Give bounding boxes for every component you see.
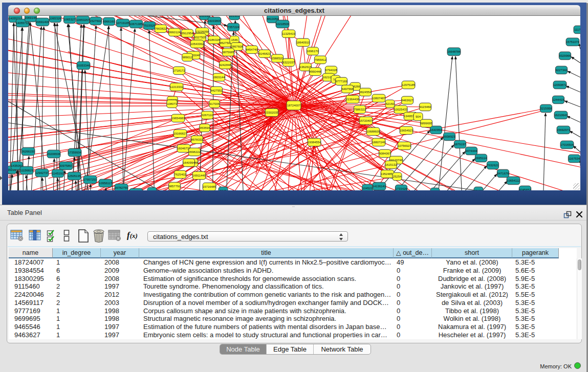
- svg-text:16782759: 16782759: [115, 186, 128, 189]
- svg-text:7515526: 7515526: [144, 24, 156, 27]
- svg-text:9245: 9245: [220, 189, 227, 190]
- svg-text:1546: 1546: [231, 38, 238, 41]
- svg-text:97450: 97450: [474, 189, 483, 190]
- svg-text:16210643: 16210643: [554, 114, 568, 117]
- svg-text:20206536: 20206536: [47, 152, 61, 156]
- svg-text:13226058: 13226058: [195, 30, 209, 33]
- svg-text:6899695: 6899695: [421, 122, 433, 125]
- svg-text:14136141: 14136141: [373, 185, 386, 188]
- svg-text:12942737: 12942737: [35, 171, 49, 174]
- svg-text:3215958: 3215958: [540, 107, 553, 110]
- svg-text:7357224: 7357224: [228, 26, 240, 29]
- svg-text:26266150: 26266150: [21, 150, 35, 153]
- svg-text:10654112: 10654112: [507, 179, 520, 182]
- svg-text:108073: 108073: [167, 102, 177, 105]
- svg-text:23302035: 23302035: [265, 111, 279, 114]
- svg-text:9227342: 9227342: [556, 69, 568, 72]
- svg-text:2935114: 2935114: [475, 157, 487, 160]
- svg-text:6497568: 6497568: [342, 87, 354, 91]
- svg-text:25254: 25254: [393, 175, 402, 178]
- svg-text:15720407: 15720407: [359, 119, 373, 122]
- svg-text:30975867: 30975867: [59, 164, 73, 167]
- svg-text:2718172: 2718172: [173, 69, 185, 72]
- svg-text:3624554: 3624554: [360, 91, 372, 94]
- svg-text:6794028: 6794028: [325, 69, 338, 72]
- svg-text:10653267: 10653267: [76, 18, 90, 21]
- svg-text:9474444: 9474444: [466, 149, 478, 152]
- svg-text:21364436: 21364436: [346, 98, 360, 101]
- svg-text:8427552: 8427552: [211, 89, 223, 92]
- svg-text:12162: 12162: [148, 190, 156, 190]
- svg-text:62160: 62160: [386, 102, 395, 105]
- svg-text:9084067: 9084067: [379, 152, 391, 155]
- svg-text:9115460: 9115460: [420, 105, 431, 108]
- svg-text:8990448: 8990448: [310, 70, 322, 73]
- svg-text:10958117: 10958117: [99, 182, 112, 185]
- svg-text:15716485: 15716485: [203, 185, 216, 188]
- svg-text:8454749: 8454749: [246, 48, 258, 51]
- svg-text:15654923: 15654923: [400, 129, 413, 132]
- svg-text:1696170: 1696170: [307, 50, 319, 53]
- svg-text:904: 904: [416, 115, 421, 118]
- svg-text:12093872: 12093872: [553, 83, 567, 86]
- svg-text:3267110: 3267110: [202, 114, 213, 117]
- svg-text:8578332: 8578332: [191, 138, 203, 141]
- svg-text:20691406: 20691406: [36, 20, 50, 24]
- svg-text:7632621: 7632621: [487, 164, 499, 167]
- svg-text:17016504: 17016504: [560, 143, 574, 146]
- svg-text:3698222: 3698222: [189, 150, 201, 154]
- svg-text:160338: 160338: [200, 16, 210, 17]
- svg-text:1527602: 1527602: [90, 19, 102, 23]
- svg-text:3660124: 3660124: [169, 31, 181, 34]
- svg-text:10218506: 10218506: [276, 23, 290, 26]
- svg-text:10543362: 10543362: [190, 42, 204, 46]
- svg-text:10719185: 10719185: [116, 21, 130, 25]
- svg-text:1065327: 1065327: [64, 18, 76, 21]
- svg-text:20053346: 20053346: [77, 64, 91, 67]
- svg-text:18724007: 18724007: [287, 104, 300, 107]
- svg-text:989012: 989012: [182, 56, 192, 59]
- svg-text:9242848: 9242848: [220, 63, 232, 67]
- svg-text:17359934: 17359934: [68, 151, 82, 154]
- svg-text:10671385: 10671385: [129, 23, 143, 26]
- svg-text:9327505: 9327505: [194, 36, 207, 39]
- svg-text:1167534: 1167534: [569, 157, 580, 160]
- svg-text:19384554: 19384554: [308, 141, 321, 144]
- svg-text:9146821: 9146821: [259, 52, 271, 55]
- svg-text:1065326: 1065326: [50, 17, 62, 20]
- svg-text:10756923: 10756923: [398, 144, 411, 147]
- svg-text:917006: 917006: [209, 102, 220, 105]
- svg-text:16033809: 16033809: [208, 19, 221, 23]
- svg-text:1615132: 1615132: [385, 163, 397, 166]
- svg-text:13524851: 13524851: [381, 172, 394, 176]
- svg-text:1588520: 1588520: [272, 57, 284, 60]
- svg-text:11156829: 11156829: [20, 169, 33, 172]
- svg-text:7986322: 7986322: [354, 108, 366, 111]
- svg-text:7955812: 7955812: [315, 58, 326, 61]
- svg-text:2867608: 2867608: [231, 45, 244, 48]
- svg-text:15751074: 15751074: [566, 40, 580, 43]
- svg-text:10688609: 10688609: [366, 130, 380, 133]
- svg-text:12213332: 12213332: [170, 85, 183, 89]
- svg-text:8186328: 8186328: [208, 38, 221, 41]
- svg-text:104522: 104522: [362, 187, 373, 190]
- svg-text:7625402: 7625402: [175, 173, 186, 176]
- svg-text:16911449: 16911449: [192, 174, 206, 177]
- svg-text:9463627: 9463627: [402, 99, 413, 102]
- svg-text:19654983: 19654983: [171, 117, 185, 120]
- svg-text:881305: 881305: [229, 16, 239, 17]
- svg-text:11325419: 11325419: [282, 32, 295, 35]
- svg-text:10025433: 10025433: [394, 108, 408, 111]
- svg-text:5938923: 5938923: [444, 135, 456, 138]
- svg-text:11174: 11174: [574, 28, 580, 31]
- svg-text:6966160: 6966160: [103, 20, 116, 23]
- svg-text:8471676: 8471676: [497, 172, 510, 175]
- svg-text:9329966: 9329966: [559, 54, 572, 57]
- svg-text:6322037: 6322037: [283, 61, 295, 64]
- svg-text:12975185: 12975185: [402, 83, 416, 86]
- svg-text:18807249: 18807249: [372, 141, 385, 144]
- svg-text:18640910: 18640910: [296, 41, 310, 44]
- svg-text:12505135: 12505135: [68, 174, 81, 178]
- svg-text:1640994: 1640994: [183, 161, 195, 164]
- svg-text:1733426: 1733426: [396, 187, 408, 190]
